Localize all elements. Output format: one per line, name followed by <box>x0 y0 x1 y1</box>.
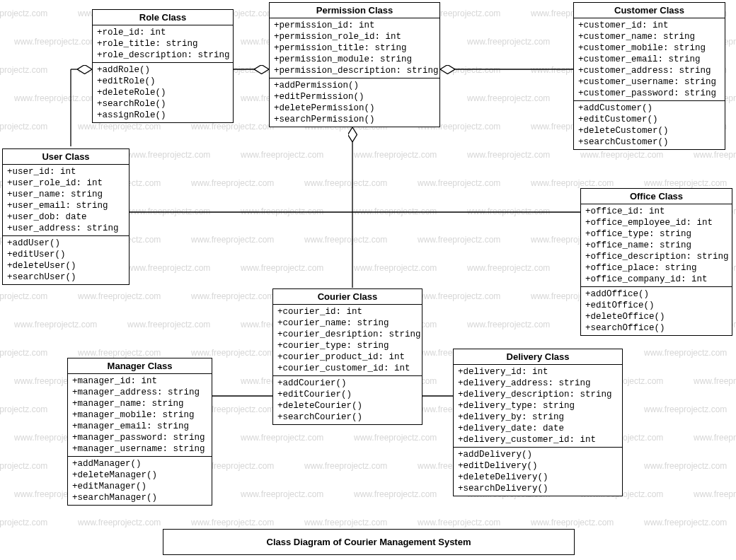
watermark-text: www.freeprojectz.com <box>14 37 97 47</box>
class-member-row: +courier_name: string <box>277 317 418 329</box>
watermark-text: www.freeprojectz.com <box>418 178 500 188</box>
watermark-text: www.freeprojectz.com <box>191 518 274 527</box>
watermark-text: www.freeprojectz.com <box>0 122 47 132</box>
class-member-row: +role_id: int <box>97 27 229 38</box>
watermark-text: www.freeprojectz.com <box>0 65 47 75</box>
class-member-row: +office_description: string <box>585 251 728 262</box>
class-member-row: +editManager() <box>72 481 207 492</box>
class-member-row: +addDelivery() <box>458 449 618 460</box>
operations: +addCourier()+editCourier()+deleteCourie… <box>273 376 422 424</box>
class-member-row: +addUser() <box>7 238 125 249</box>
class-member-row: +delivery_description: string <box>458 389 618 400</box>
watermark-text: www.freeprojectz.com <box>644 461 727 471</box>
class-customer: Customer Class +customer_id: int+custome… <box>573 2 725 150</box>
watermark-text: www.freeprojectz.com <box>304 461 387 471</box>
class-member-row: +user_role_id: int <box>7 177 125 189</box>
class-member-row: +editOffice() <box>585 300 728 311</box>
class-member-row: +searchPermission() <box>274 114 435 125</box>
class-member-row: +editRole() <box>97 76 229 87</box>
class-member-row: +searchManager() <box>72 492 207 503</box>
class-role: Role Class +role_id: int+role_title: str… <box>92 9 234 123</box>
watermark-text: www.freeprojectz.com <box>241 206 323 216</box>
watermark-text: www.freeprojectz.com <box>354 263 437 273</box>
class-title: User Class <box>3 149 129 165</box>
class-member-row: +courier_customer_id: int <box>277 363 418 374</box>
class-member-row: +role_title: string <box>97 38 229 49</box>
class-member-row: +deletePermission() <box>274 103 435 114</box>
watermark-text: www.freeprojectz.com <box>467 320 550 329</box>
watermark-text: www.freeprojectz.com <box>241 489 323 499</box>
watermark-text: www.freeprojectz.com <box>191 235 274 245</box>
class-member-row: +editCustomer() <box>578 114 720 125</box>
operations: +addUser()+editUser()+deleteUser()+searc… <box>3 236 129 284</box>
class-member-row: +deleteRole() <box>97 87 229 98</box>
class-member-row: +office_id: int <box>585 206 728 217</box>
class-office: Office Class +office_id: int+office_empl… <box>580 188 732 336</box>
watermark-text: www.freeprojectz.com <box>241 263 323 273</box>
watermark-text: www.freeprojectz.com <box>0 291 47 301</box>
watermark-text: www.freeprojectz.com <box>0 8 47 18</box>
class-member-row: +addCourier() <box>277 378 418 389</box>
class-member-row: +delivery_type: string <box>458 400 618 412</box>
watermark-text: www.freeprojectz.com <box>418 518 500 527</box>
watermark-text: www.freeprojectz.com <box>191 178 274 188</box>
watermark-text: www.freeprojectz.com <box>418 235 500 245</box>
class-title: Customer Class <box>574 3 725 18</box>
class-member-row: +deleteOffice() <box>585 311 728 322</box>
class-member-row: +searchUser() <box>7 272 125 283</box>
watermark-text: www.freeprojectz.com <box>78 348 161 358</box>
class-permission: Permission Class +permission_id: int+per… <box>269 2 440 127</box>
attributes: +permission_id: int+permission_role_id: … <box>270 18 439 78</box>
class-member-row: +permission_title: string <box>274 42 435 54</box>
class-member-row: +customer_email: string <box>578 54 720 65</box>
watermark-text: www.freeprojectz.com <box>354 433 437 443</box>
class-member-row: +customer_address: string <box>578 65 720 76</box>
class-member-row: +customer_name: string <box>578 31 720 42</box>
class-member-row: +addOffice() <box>585 288 728 300</box>
diagram-title: Class Diagram of Courier Management Syst… <box>163 529 575 555</box>
class-member-row: +deleteCourier() <box>277 400 418 412</box>
watermark-text: www.freeprojectz.com <box>418 291 500 301</box>
class-user: User Class +user_id: int+user_role_id: i… <box>2 148 130 285</box>
watermark-text: www.freeprojectz.com <box>0 348 47 358</box>
class-member-row: +courier_product_id: int <box>277 351 418 363</box>
watermark-text: www.freeprojectz.com <box>467 206 550 216</box>
class-member-row: +courier_id: int <box>277 306 418 317</box>
class-member-row: +delivery_id: int <box>458 366 618 378</box>
watermark-text: www.freeprojectz.com <box>644 348 727 358</box>
class-member-row: +customer_password: string <box>578 88 720 99</box>
watermark-text: www.freeprojectz.com <box>644 404 727 414</box>
diagram-canvas: www.freeprojectz.comwww.freeprojectz.com… <box>0 0 736 560</box>
class-member-row: +permission_description: string <box>274 65 435 76</box>
class-member-row: +delivery_customer_id: int <box>458 434 618 445</box>
operations: +addRole()+editRole()+deleteRole()+searc… <box>93 63 233 122</box>
class-member-row: +searchCourier() <box>277 412 418 423</box>
watermark-text: www.freeprojectz.com <box>467 263 550 273</box>
watermark-text: www.freeprojectz.com <box>191 122 274 132</box>
class-member-row: +user_id: int <box>7 166 125 177</box>
class-member-row: +editCourier() <box>277 389 418 400</box>
watermark-text: www.freeprojectz.com <box>127 263 210 273</box>
watermark-text: www.freeprojectz.com <box>644 178 727 188</box>
class-member-row: +addRole() <box>97 64 229 76</box>
operations: +addManager()+deleteManager()+editManage… <box>68 457 212 505</box>
class-member-row: +deleteCustomer() <box>578 125 720 136</box>
watermark-text: www.freeprojectz.com <box>241 433 323 443</box>
class-member-row: +user_dob: date <box>7 211 125 223</box>
class-manager: Manager Class +manager_id: int+manager_a… <box>67 358 212 506</box>
class-member-row: +office_type: string <box>585 228 728 240</box>
watermark-text: www.freeprojectz.com <box>304 518 387 527</box>
class-title: Manager Class <box>68 358 212 374</box>
attributes: +courier_id: int+courier_name: string+co… <box>273 305 422 376</box>
class-member-row: +role_description: string <box>97 49 229 61</box>
class-member-row: +addManager() <box>72 458 207 469</box>
class-title: Courier Class <box>273 289 422 305</box>
watermark-text: www.freeprojectz.com <box>191 291 274 301</box>
watermark-text: www.freeprojectz.com <box>127 150 210 160</box>
attributes: +role_id: int+role_title: string+role_de… <box>93 25 233 63</box>
class-member-row: +searchRole() <box>97 98 229 110</box>
watermark-text: www.freeprojectz.com <box>580 150 663 160</box>
watermark-text: www.freeprojectz.com <box>78 122 161 132</box>
class-member-row: +manager_address: string <box>72 387 207 398</box>
watermark-text: www.freeprojectz.com <box>467 37 550 47</box>
